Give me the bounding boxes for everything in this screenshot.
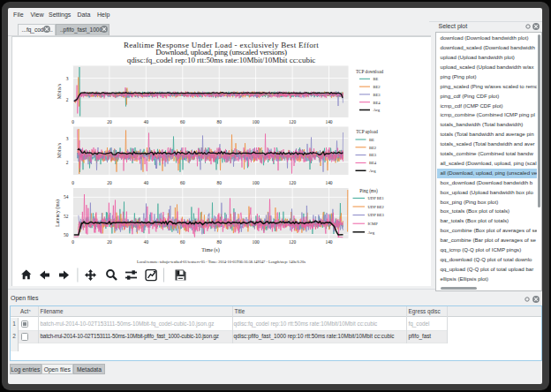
svg-text:80: 80 — [216, 179, 222, 185]
svg-text:BE2: BE2 — [373, 84, 381, 88]
svg-text:40: 40 — [143, 118, 148, 124]
svg-text:120: 120 — [289, 179, 296, 185]
svg-text:BE: BE — [373, 77, 378, 81]
svg-text:60: 60 — [180, 179, 185, 185]
svg-text:20: 20 — [107, 179, 112, 185]
svg-text:52: 52 — [64, 213, 69, 218]
svg-text:3: 3 — [65, 135, 68, 140]
svg-text:100: 100 — [252, 118, 259, 124]
svg-text:Avg: Avg — [369, 169, 376, 173]
svg-text:120: 120 — [289, 239, 296, 245]
svg-text:40: 40 — [143, 239, 148, 245]
svg-text:100: 100 — [252, 179, 259, 185]
svg-text:BE: BE — [369, 137, 374, 141]
svg-text:UDP BE3: UDP BE3 — [367, 213, 384, 217]
svg-text:TCP upload: TCP upload — [356, 129, 378, 134]
svg-text:3: 3 — [65, 75, 68, 80]
svg-text:Avg: Avg — [367, 230, 374, 234]
svg-text:TCP download: TCP download — [355, 69, 382, 74]
svg-text:BE4: BE4 — [373, 100, 381, 104]
svg-text:140: 140 — [325, 239, 332, 245]
svg-text:0: 0 — [72, 118, 74, 124]
svg-text:UDP BE2: UDP BE2 — [367, 204, 384, 208]
svg-text:140: 140 — [325, 179, 332, 185]
svg-text:Mbits/s: Mbits/s — [56, 83, 61, 99]
svg-text:20: 20 — [107, 118, 112, 124]
svg-text:40: 40 — [143, 179, 148, 185]
svg-text:Latency (ms): Latency (ms) — [54, 200, 60, 227]
svg-text:80: 80 — [216, 118, 222, 124]
svg-text:80: 80 — [216, 239, 222, 245]
svg-text:2: 2 — [65, 159, 68, 164]
svg-text:60: 60 — [180, 239, 185, 245]
svg-text:50: 50 — [64, 231, 69, 237]
svg-text:BE2: BE2 — [369, 145, 377, 149]
svg-text:BE3: BE3 — [373, 92, 381, 96]
svg-text:0: 0 — [72, 179, 74, 185]
svg-text:100: 100 — [252, 239, 259, 245]
svg-text:140: 140 — [325, 118, 332, 124]
svg-text:Time (s): Time (s) — [201, 247, 219, 253]
svg-text:2: 2 — [65, 97, 68, 102]
svg-text:BE4: BE4 — [369, 161, 377, 165]
svg-text:Mbits/s: Mbits/s — [56, 142, 61, 158]
svg-text:ICMP: ICMP — [367, 222, 378, 226]
svg-text:Avg: Avg — [373, 108, 380, 112]
svg-text:20: 20 — [107, 239, 112, 245]
svg-text:0: 0 — [72, 239, 74, 245]
svg-text:120: 120 — [289, 118, 296, 124]
svg-text:60: 60 — [180, 118, 185, 124]
svg-text:Local/remote: tohojo-testbed-0: Local/remote: tohojo-testbed-01/testserv… — [137, 260, 306, 264]
svg-text:Ping (ms): Ping (ms) — [359, 187, 378, 193]
svg-text:BE3: BE3 — [369, 153, 377, 157]
svg-text:qdisc:fq_codel rep:10 rtt:50ms: qdisc:fq_codel rep:10 rtt:50ms rate:10Mb… — [126, 56, 315, 64]
svg-text:UDP BE1: UDP BE1 — [367, 196, 384, 200]
svg-text:54: 54 — [64, 194, 69, 200]
